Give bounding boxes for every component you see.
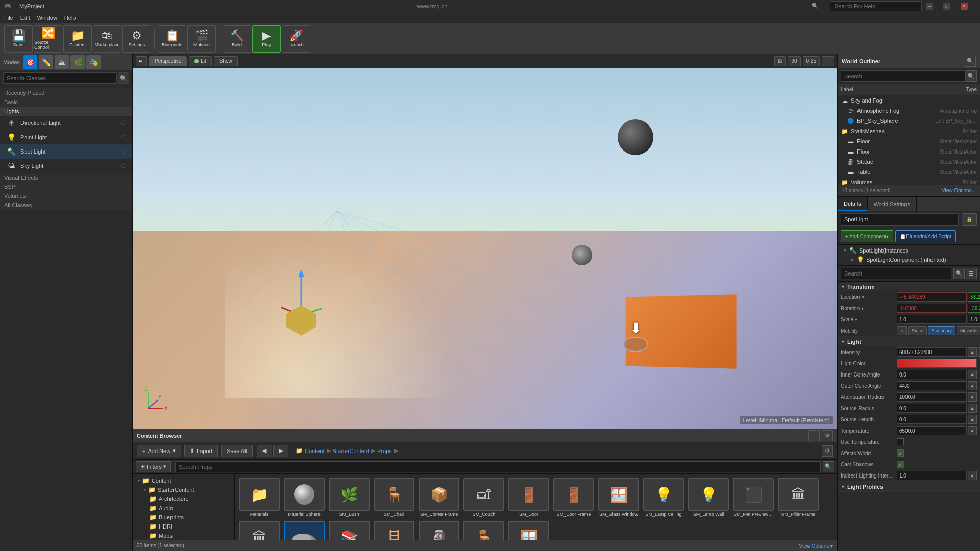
search-classes-input[interactable] [3, 72, 117, 84]
cb-minimize[interactable]: ─ [808, 430, 820, 441]
outliner-search-input[interactable] [841, 70, 966, 82]
class-section-recently-placed[interactable]: Recently Placed [0, 88, 132, 97]
intensity-up[interactable]: ▲ [968, 347, 977, 357]
outliner-item-1[interactable]: 🌫 Atmospheric Fog AtmosphericFog [838, 106, 980, 116]
filters-button[interactable]: ⊞ Filters ▾ [136, 461, 171, 472]
cb-item-5[interactable]: 🛋 SM_Couch [463, 478, 504, 517]
cb-item-17[interactable]: 🗿 SM_Statue [419, 521, 459, 540]
path-starter-content[interactable]: StarterContent [333, 448, 370, 454]
minimize-button[interactable]: ─ [926, 3, 933, 10]
cb-options[interactable]: ⚙ [822, 430, 833, 441]
cb-view-options-footer[interactable]: View Options ▾ [799, 543, 833, 549]
intensity-down[interactable]: ▼ [978, 347, 980, 357]
mobility-movable[interactable]: Movable [957, 326, 980, 335]
source-control-button[interactable]: 🔀 Source Control [34, 25, 62, 53]
light-profiles-header[interactable]: ▼ Light Profiles [838, 482, 980, 491]
use-temperature-checkbox[interactable] [897, 438, 904, 445]
menu-file[interactable]: File [4, 15, 13, 21]
search-classes-button[interactable]: 🔍 [118, 72, 129, 84]
mode-foliage[interactable]: 🌿 [70, 55, 85, 69]
indirect-up[interactable]: ▲ [968, 471, 977, 480]
cb-item-13[interactable]: 🏛 SM_Pillar Frame300 [239, 521, 280, 540]
cb-item-14[interactable]: SM_Rock [284, 521, 325, 540]
source-radius-up[interactable]: ▲ [968, 404, 977, 413]
outliner-item-6[interactable]: 🗿 Statue StaticMeshActor [838, 157, 980, 167]
mode-terrain[interactable]: ⛰ [55, 55, 69, 69]
import-button[interactable]: ⬆ Import [184, 445, 218, 457]
outliner-item-0[interactable]: ☁ Sky and Fog [838, 95, 980, 106]
mobility-static[interactable]: Static [908, 326, 927, 335]
tab-details[interactable]: Details [838, 197, 868, 211]
outliner-item-7[interactable]: ▬ Table StaticMeshActor [838, 167, 980, 177]
perspective-button[interactable]: Perspective [149, 56, 187, 66]
inner-cone-up[interactable]: ▲ [968, 370, 977, 379]
blueprint-button[interactable]: 📋 Blueprint/Add Script [895, 230, 955, 242]
col-label[interactable]: Label [838, 84, 909, 95]
outer-cone-up[interactable]: ▲ [968, 381, 977, 390]
rotation-label[interactable]: Rotation ▾ [841, 306, 897, 311]
col-type[interactable]: Type [909, 84, 981, 95]
rotation-x[interactable] [897, 304, 967, 313]
cb-item-18[interactable]: 🪑 SM_Table [463, 521, 504, 540]
scale-y[interactable] [968, 315, 980, 324]
source-length-up[interactable]: ▲ [968, 415, 977, 424]
folder-blueprints[interactable]: 📁 Blueprints [135, 513, 232, 522]
scale-x[interactable] [897, 315, 967, 324]
location-label[interactable]: Location ▾ [841, 294, 897, 300]
inner-cone-input[interactable] [897, 370, 967, 379]
class-item-point-light[interactable]: 💡 Point Light ⓘ [0, 130, 132, 144]
folder-audio[interactable]: 📁 Audio [135, 504, 232, 513]
class-item-sky-light[interactable]: 🌤 Sky Light ⓘ [0, 159, 132, 173]
menu-edit[interactable]: Edit [20, 15, 30, 21]
content-button[interactable]: 📁 Content [63, 25, 92, 53]
attenuation-up[interactable]: ▲ [968, 392, 977, 402]
light-color-picker[interactable] [897, 359, 977, 368]
class-section-visual-effects[interactable]: Visual Effects [0, 173, 132, 182]
cb-item-11[interactable]: ⬛ SM_Mat PreviewMesh 02 [733, 478, 774, 517]
close-button[interactable]: ✕ [961, 3, 968, 10]
cast-shadows-checkbox[interactable] [897, 461, 904, 468]
component-inherited[interactable]: ▶ 💡 SpotLightComponent (Inherited) [841, 255, 977, 264]
outliner-search-go[interactable]: 🔍 [966, 70, 977, 82]
view-options-link[interactable]: View Options... [942, 188, 976, 193]
add-new-button[interactable]: + Add New ▾ [137, 445, 181, 457]
settings-button[interactable]: ⚙ Settings [122, 25, 151, 53]
affects-world-checkbox[interactable] [897, 449, 904, 457]
temperature-input[interactable] [897, 426, 967, 435]
class-section-volumes[interactable]: Volumes [0, 191, 132, 201]
cb-item-1[interactable]: Material Sphere [284, 478, 325, 517]
3d-viewport[interactable]: ⬇ X Z Y Level: Minimal_Default (Persiste… [133, 68, 837, 429]
rotation-dropdown[interactable]: ▾ [861, 306, 864, 311]
mode-paint[interactable]: ✏️ [39, 55, 53, 69]
content-search-icon[interactable]: 🔍 [823, 461, 834, 472]
viewport-fov-button[interactable]: 90 [788, 56, 800, 66]
lock-icon-button[interactable]: 🔒 [962, 213, 977, 226]
matinee-button[interactable]: 🎬 Matinee [187, 25, 216, 53]
lit-button[interactable]: Lit [189, 56, 212, 66]
folder-starter-content[interactable]: ▼ 📁 StarterContent [135, 485, 232, 494]
class-item-spot-light[interactable]: 🔦 Spot Light ⓘ [0, 144, 132, 159]
intensity-input[interactable] [897, 347, 967, 357]
cb-item-9[interactable]: 💡 SM_Lamp Ceiling [643, 478, 684, 517]
location-y[interactable] [968, 292, 980, 302]
outliner-search-btn[interactable]: 🔍 [965, 56, 976, 67]
class-section-all[interactable]: All Classes [0, 201, 132, 210]
cb-item-12[interactable]: 🏛 SM_Pillar Frame [778, 478, 819, 517]
folder-architecture[interactable]: 📁 Architecture [135, 494, 232, 504]
viewport-more-button[interactable]: ⋯ [822, 56, 834, 66]
outliner-item-3[interactable]: 📁 StaticMeshes Folder [838, 126, 980, 136]
cb-item-7[interactable]: 🚪 SM_Door Frame [553, 478, 594, 517]
cb-item-10[interactable]: 💡 SM_Lamp Wall [688, 478, 729, 517]
menu-help[interactable]: Help [64, 15, 76, 21]
mode-geometry[interactable]: 🎭 [86, 55, 101, 69]
cb-item-16[interactable]: 🪜 SM_Stairs [374, 521, 414, 540]
tab-world-settings[interactable]: World Settings [868, 197, 917, 211]
launch-button[interactable]: 🚀 Launch [282, 25, 310, 53]
save-button[interactable]: 💾 Save [4, 25, 33, 53]
save-all-cb-button[interactable]: Save All [221, 445, 253, 457]
cb-item-0[interactable]: 📁 Materials [239, 478, 280, 517]
indirect-lighting-input[interactable] [897, 471, 967, 480]
show-button[interactable]: Show [214, 56, 238, 66]
component-instance[interactable]: ▼ 🔦 SpotLight(Instance) [841, 246, 977, 255]
cb-item-6[interactable]: 🚪 SM_Door [508, 478, 549, 517]
